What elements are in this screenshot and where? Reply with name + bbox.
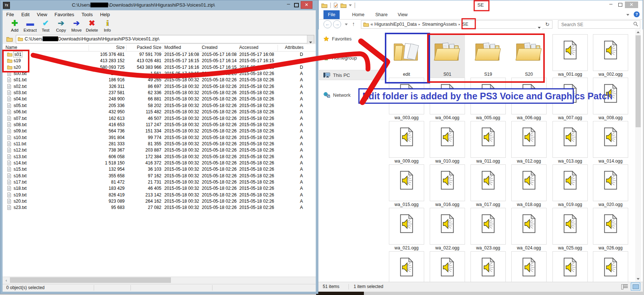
menu-help[interactable]: Help — [96, 12, 114, 17]
folder-item[interactable]: S20 — [511, 34, 547, 78]
file-item[interactable]: wa_023.ogg — [471, 208, 506, 251]
expand-ribbon-icon[interactable] — [626, 14, 629, 16]
table-row[interactable]: s04.txt248 90066 8812015-05-18 00:322015… — [3, 96, 316, 102]
move-button[interactable]: ➔Move — [69, 18, 84, 35]
file-name[interactable]: s10.txt — [14, 135, 87, 140]
table-row[interactable]: s19413 283 152413 026 4812015-05-17 16:1… — [3, 58, 316, 64]
breadcrumb-item[interactable]: HigurashiEp01_Data — [374, 22, 416, 27]
minimize-button[interactable]: – — [285, 1, 292, 8]
forward-button[interactable]: → — [333, 20, 341, 28]
test-button[interactable]: ✔Test — [38, 18, 53, 35]
file-name[interactable]: s09.txt — [14, 128, 87, 134]
table-row[interactable]: s12.txt738 367203 8872015-05-18 00:32201… — [3, 147, 316, 153]
table-row[interactable]: s00.txt29 6881 5612015-05-17 18:152015-0… — [3, 71, 316, 77]
refresh-icon[interactable]: ↻ — [543, 20, 552, 29]
thumbnail-view-button[interactable] — [631, 282, 640, 291]
file-name[interactable]: s04.txt — [14, 96, 87, 102]
file-name[interactable]: s12.txt — [14, 148, 87, 153]
table-row[interactable]: s01.txt186 91649 2652015-05-18 00:322015… — [3, 77, 316, 83]
info-button[interactable]: iInfo — [100, 18, 115, 35]
sevenzip-titlebar[interactable]: 7z C:\Users\Downloads\Higurashi\Higurash… — [0, 0, 318, 10]
file-item[interactable]: wa_024.ogg — [511, 208, 547, 251]
close-button[interactable]: ✕ — [301, 1, 312, 9]
table-row[interactable]: s08.txt416 653117 2472015-05-18 00:32201… — [3, 122, 316, 128]
table-row[interactable]: s13.txt606 058172 3842015-05-18 00:32201… — [3, 154, 316, 160]
menu-favorites[interactable]: Favorites — [51, 12, 78, 17]
breadcrumb-item[interactable]: SE — [462, 22, 468, 27]
file-item[interactable] — [511, 251, 547, 282]
file-name[interactable]: s17.txt — [14, 180, 87, 185]
file-name[interactable]: s16.txt — [14, 173, 87, 178]
file-item[interactable]: wa_014.ogg — [593, 121, 628, 164]
file-item[interactable]: wa_018.ogg — [511, 164, 547, 208]
maximize-button[interactable] — [293, 1, 300, 8]
details-view-button[interactable] — [621, 284, 628, 289]
close-button[interactable]: ✕ — [625, 1, 638, 8]
file-item[interactable]: wa_010.ogg — [430, 121, 465, 164]
table-row[interactable]: s02.txt326 31186 6972015-05-18 00:322015… — [3, 83, 316, 90]
table-row[interactable]: s01105 376 48197 591 7092015-05-17 16:08… — [3, 51, 316, 58]
sidebar-item-network[interactable]: Network — [323, 92, 351, 98]
file-name[interactable]: s08.txt — [14, 122, 87, 127]
scrollbar-thumb[interactable] — [10, 277, 171, 283]
file-item[interactable]: wa_017.ogg — [471, 164, 506, 208]
table-row[interactable]: s09.txt564 736151 3342015-05-18 00:32201… — [3, 128, 316, 134]
file-item[interactable]: wa_009.ogg — [389, 121, 424, 164]
file-item[interactable]: wa_011.ogg — [471, 121, 506, 164]
breadcrumb-item[interactable]: StreamingAssets — [422, 22, 457, 27]
column-header-packed-size[interactable]: Packed Size — [126, 45, 163, 51]
file-name[interactable]: s20 — [14, 65, 87, 70]
file-name[interactable]: s19 — [14, 58, 87, 63]
file-name[interactable]: s01.txt — [14, 77, 87, 82]
folder-item[interactable]: S19 — [471, 34, 506, 78]
file-item[interactable]: wa_001.ogg — [552, 34, 588, 78]
file-name[interactable]: s05.txt — [14, 103, 87, 108]
file-item[interactable] — [593, 251, 628, 282]
table-row[interactable]: s14.txt1 518 150416 3722015-05-18 00:322… — [3, 160, 316, 166]
table-row[interactable]: s11.txt281 33381 3552015-05-18 00:322015… — [3, 141, 316, 147]
column-header-accessed[interactable]: Accessed — [239, 45, 278, 51]
file-item[interactable] — [471, 251, 506, 282]
file-item[interactable]: wa_025.ogg — [552, 208, 588, 251]
extract-button[interactable]: ▬Extract — [22, 18, 38, 35]
column-header-name[interactable]: Name — [6, 45, 89, 51]
scroll-left-arrow[interactable]: ‹ — [3, 278, 9, 283]
table-row[interactable]: s05.txt205 33658 2022015-05-18 00:322015… — [3, 103, 316, 109]
back-button[interactable]: ← — [323, 20, 332, 28]
file-name[interactable]: s02.txt — [14, 84, 87, 89]
folder-item[interactable]: edit — [389, 34, 424, 78]
tab-share[interactable]: Share — [371, 10, 392, 19]
file-item[interactable] — [389, 251, 424, 282]
file-name[interactable]: s23.txt — [14, 205, 87, 210]
up-button[interactable]: ↑ — [352, 21, 355, 27]
file-item[interactable]: wa_022.ogg — [430, 208, 465, 251]
file-item[interactable] — [430, 251, 465, 282]
add-button[interactable]: ✚Add — [7, 18, 22, 35]
folder-item[interactable]: S01 — [430, 34, 465, 78]
file-name[interactable]: s18.txt — [14, 186, 87, 191]
table-row[interactable]: s20.txt923 089264 1622015-05-18 00:32201… — [3, 198, 316, 205]
file-name[interactable]: s06.txt — [14, 109, 87, 114]
file-item[interactable]: wa_026.ogg — [593, 208, 628, 251]
table-row[interactable]: s18.txt183 42946 4052015-05-18 00:322015… — [3, 185, 316, 192]
sidebar-item-this-pc[interactable]: This PC — [323, 72, 350, 78]
file-name[interactable]: s14.txt — [14, 160, 87, 166]
file-name[interactable]: s11.txt — [14, 141, 87, 146]
recent-locations-icon[interactable] — [345, 24, 348, 25]
file-item[interactable]: wa_021.ogg — [389, 208, 424, 251]
menu-edit[interactable]: Edit — [18, 12, 33, 17]
sidebar-item-homegroup[interactable]: Homegroup — [323, 55, 357, 61]
file-name[interactable]: s15.txt — [14, 167, 87, 172]
table-row[interactable]: s20580 093 725543 383 9662015-05-17 16:1… — [3, 64, 316, 71]
help-icon[interactable]: ? — [634, 11, 640, 17]
table-row[interactable]: s15.txt132 95436 1032015-05-18 00:322015… — [3, 166, 316, 173]
file-item[interactable]: wa_012.ogg — [511, 121, 547, 164]
breadcrumb-overflow-icon[interactable]: « — [371, 22, 374, 27]
scrollbar-thumb[interactable] — [636, 35, 641, 127]
file-item[interactable]: wa_013.ogg — [552, 121, 588, 164]
menu-file[interactable]: File — [3, 12, 18, 17]
menu-view[interactable]: View — [33, 12, 51, 17]
search-input[interactable] — [561, 21, 630, 28]
file-name[interactable]: s19.txt — [14, 192, 87, 198]
copy-button[interactable]: ➔Copy — [53, 18, 69, 35]
